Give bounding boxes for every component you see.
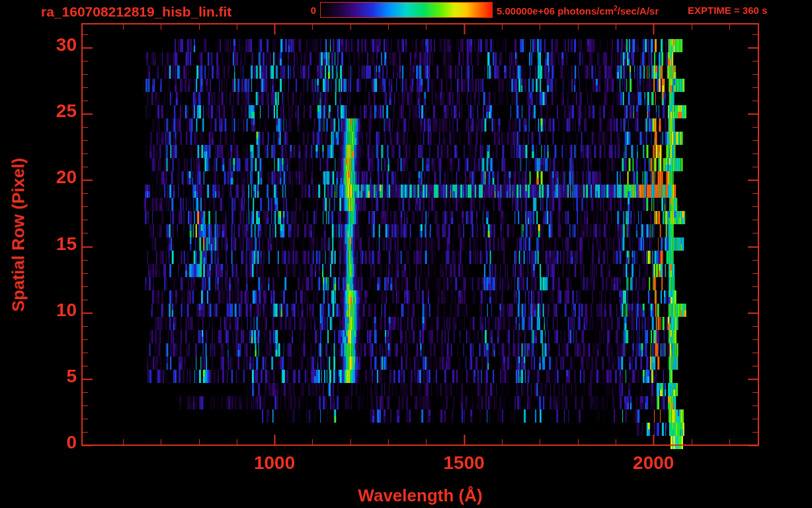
y-tick-label: 25	[56, 101, 77, 122]
colorbar-max-label-text: 5.00000e+06 photons/cm	[497, 5, 614, 17]
y-tick-label: 0	[66, 432, 77, 453]
colorbar-max-label: 5.00000e+06 photons/cm2/sec/A/sr	[497, 5, 659, 17]
y-tick-label: 5	[66, 366, 77, 387]
y-tick-label: 20	[56, 167, 77, 188]
x-tick-label: 2000	[633, 452, 674, 474]
x-tick-label: 1500	[444, 452, 485, 474]
idl-plot-window: ra_160708212819_hisb_lin.fit 0 5.00000e+…	[0, 0, 812, 508]
colorbar	[320, 2, 493, 18]
exptime-label: EXPTIME = 360 s	[688, 5, 767, 16]
y-axis-title: Spatial Row (Pixel)	[9, 157, 29, 312]
colorbar-min-label: 0	[291, 5, 316, 16]
x-tick-label: 1000	[254, 452, 295, 474]
plot-title: ra_160708212819_hisb_lin.fit	[41, 4, 231, 20]
spectrogram-canvas	[0, 0, 812, 508]
y-tick-label: 15	[56, 233, 77, 255]
x-axis-title: Wavelength (Å)	[358, 486, 482, 506]
y-tick-label: 10	[56, 300, 77, 321]
colorbar-max-label-units: /sec/A/sr	[618, 5, 659, 17]
y-tick-label: 30	[56, 34, 77, 56]
